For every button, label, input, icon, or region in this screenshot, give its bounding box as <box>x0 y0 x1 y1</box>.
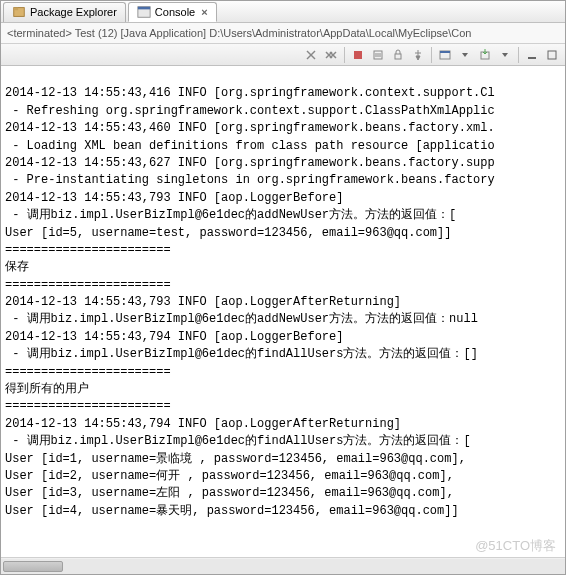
dropdown-arrow-icon[interactable] <box>456 46 474 64</box>
close-icon[interactable]: × <box>201 6 207 18</box>
package-explorer-icon <box>12 5 26 19</box>
separator <box>518 47 519 63</box>
svg-rect-10 <box>354 51 362 59</box>
scroll-thumb[interactable] <box>3 561 63 572</box>
svg-rect-16 <box>440 51 450 53</box>
remove-launch-icon[interactable] <box>302 46 320 64</box>
maximize-icon[interactable] <box>543 46 561 64</box>
svg-rect-3 <box>138 6 150 9</box>
tab-package-explorer[interactable]: Package Explorer <box>3 2 126 22</box>
console-output[interactable]: 2014-12-13 14:55:43,416 INFO [org.spring… <box>1 66 565 557</box>
dropdown-arrow-icon[interactable] <box>496 46 514 64</box>
separator <box>431 47 432 63</box>
tab-label: Package Explorer <box>30 6 117 18</box>
horizontal-scrollbar[interactable] <box>1 557 565 574</box>
console-toolbar <box>1 44 565 66</box>
svg-rect-19 <box>548 51 556 59</box>
svg-rect-11 <box>374 51 382 59</box>
tab-bar: Package Explorer Console × <box>1 1 565 23</box>
clear-console-icon[interactable] <box>369 46 387 64</box>
launch-status: <terminated> Test (12) [Java Application… <box>1 23 565 44</box>
open-console-icon[interactable] <box>476 46 494 64</box>
separator <box>344 47 345 63</box>
svg-rect-14 <box>395 54 401 59</box>
console-icon <box>137 5 151 19</box>
minimize-icon[interactable] <box>523 46 541 64</box>
terminate-icon[interactable] <box>349 46 367 64</box>
remove-all-icon[interactable] <box>322 46 340 64</box>
scroll-lock-icon[interactable] <box>389 46 407 64</box>
display-console-icon[interactable] <box>436 46 454 64</box>
svg-rect-1 <box>14 8 18 11</box>
tab-console[interactable]: Console × <box>128 2 217 22</box>
scroll-track[interactable] <box>1 559 565 574</box>
pin-console-icon[interactable] <box>409 46 427 64</box>
tab-label: Console <box>155 6 195 18</box>
